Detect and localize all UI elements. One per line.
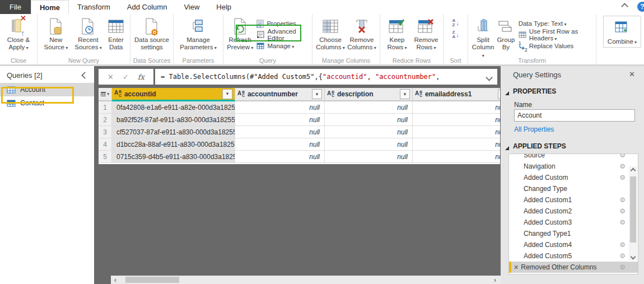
row-number[interactable]: 2 <box>99 114 112 126</box>
collapse-triangle-icon[interactable] <box>505 146 509 150</box>
column-header-emailaddress1[interactable]: ABC emailaddress1 ▼ <box>413 88 500 101</box>
gear-icon[interactable]: ⚙ <box>619 250 626 262</box>
keep-rows-button[interactable]: Keep Rows <box>383 16 411 52</box>
step-added-custom1[interactable]: Added Custom1 ⚙ <box>509 194 638 206</box>
commit-formula-icon[interactable]: ✓ <box>123 73 129 81</box>
gear-icon[interactable]: ⚙ <box>619 153 626 161</box>
sort-descending-button[interactable]: ZA ↓ <box>452 30 459 39</box>
applied-steps-section-header[interactable]: APPLIED STEPS <box>505 142 566 150</box>
combine-button[interactable]: Combine <box>607 17 637 46</box>
row-number[interactable]: 1 <box>99 101 112 114</box>
cell-emailaddress1[interactable]: null <box>413 151 500 163</box>
column-header-accountnumber[interactable]: ABC accountnumber ▼ <box>235 88 325 101</box>
cancel-formula-icon[interactable]: ✕ <box>108 73 114 81</box>
gear-icon[interactable]: ⚙ <box>619 239 626 250</box>
query-item-contact[interactable]: Contact <box>0 96 94 110</box>
use-first-row-as-headers-button[interactable]: Use First Row as Headers <box>517 30 593 40</box>
cell-accountid[interactable]: cf527037-87af-e911-a830-000d3a182556 <box>112 126 235 138</box>
enter-data-button[interactable]: Enter Data <box>105 16 127 51</box>
step-source[interactable]: Source ⚙ <box>509 153 638 161</box>
filter-dropdown-accountnumber[interactable]: ▼ <box>312 89 322 99</box>
step-navigation[interactable]: Navigation ⚙ <box>509 161 638 172</box>
recent-sources-button[interactable]: Recent Sources <box>73 16 104 52</box>
cell-emailaddress1[interactable]: null <box>413 101 500 114</box>
gear-icon[interactable]: ⚙ <box>619 172 626 183</box>
cell-emailaddress1[interactable]: null <box>413 126 500 138</box>
manage-parameters-button[interactable]: Manage Parameters <box>176 16 220 52</box>
refresh-preview-button[interactable]: Refresh Preview <box>226 16 254 52</box>
cell-accountnumber[interactable]: null <box>235 138 325 151</box>
gear-icon[interactable]: ⚙ <box>619 206 626 217</box>
cell-description[interactable]: null <box>325 138 413 151</box>
remove-columns-button[interactable]: Remove Columns <box>347 16 377 52</box>
remove-rows-button[interactable]: Remove Rows <box>412 16 440 52</box>
gear-icon[interactable]: ⚙ <box>619 161 626 172</box>
table-row[interactable]: 3 cf527037-87af-e911-a830-000d3a182556 n… <box>99 126 500 138</box>
filter-dropdown-emailaddress1[interactable]: ▼ <box>498 89 500 99</box>
step-changed-type[interactable]: Changed Type <box>509 183 638 194</box>
close-and-apply-button[interactable]: ✕ ↑ Close & Apply <box>3 16 34 52</box>
cell-description[interactable]: null <box>325 126 413 138</box>
table-row[interactable]: 2 ba92f52f-87af-e911-a830-000d3a182556 n… <box>99 114 500 126</box>
cell-emailaddress1[interactable]: null <box>413 138 500 151</box>
gear-icon[interactable]: ⚙ <box>619 194 626 206</box>
collapse-triangle-icon[interactable] <box>505 91 509 95</box>
scroll-right-icon[interactable]: › <box>491 276 500 284</box>
table-row[interactable]: 1 0fa42808-e1a6-e911-a82e-000d3a182556 n… <box>99 101 500 114</box>
cell-accountid[interactable]: 0fa42808-e1a6-e911-a82e-000d3a182556 <box>112 101 235 114</box>
step-removed-other-columns[interactable]: ✕ Removed Other Columns ⚙ <box>509 262 638 273</box>
column-header-accountid[interactable]: ABC accountid ▼ <box>112 88 235 101</box>
formula-input[interactable]: = Table.SelectColumns(#"Added Custom5",{… <box>155 69 497 85</box>
data-type-dropdown[interactable]: Data Type: Text <box>517 18 593 29</box>
step-added-custom[interactable]: Added Custom ⚙ <box>509 172 638 183</box>
choose-columns-button[interactable]: Choose Columns <box>315 16 346 52</box>
step-added-custom2[interactable]: Added Custom2 ⚙ <box>509 206 638 217</box>
cell-accountnumber[interactable]: null <box>235 126 325 138</box>
step-changed-type1[interactable]: Changed Type1 <box>509 228 638 239</box>
steps-scrollbar[interactable] <box>629 166 637 260</box>
properties-section-header[interactable]: PROPERTIES <box>505 87 556 95</box>
row-number[interactable]: 4 <box>99 138 112 151</box>
close-panel-icon[interactable]: ✕ <box>629 70 635 78</box>
tab-file[interactable]: File <box>0 0 31 14</box>
horizontal-scrollbar-thumb[interactable] <box>125 277 179 283</box>
replace-values-button[interactable]: 1 2 Replace Values <box>517 41 593 51</box>
manage-button[interactable]: Manage <box>255 41 309 51</box>
collapse-ribbon-icon[interactable] <box>621 3 628 10</box>
all-properties-link[interactable]: All Properties <box>514 125 554 133</box>
filter-dropdown-accountid[interactable]: ▼ <box>222 89 232 99</box>
properties-button[interactable]: Properties <box>255 18 309 29</box>
scroll-down-icon[interactable] <box>629 253 637 260</box>
gear-icon[interactable]: ⚙ <box>619 217 626 228</box>
scroll-up-icon[interactable] <box>629 166 637 174</box>
filter-dropdown-description[interactable]: ▼ <box>400 89 410 99</box>
step-added-custom3[interactable]: Added Custom3 ⚙ <box>509 217 638 228</box>
cell-description[interactable]: null <box>325 114 413 126</box>
expand-formula-bar-icon[interactable] <box>486 74 493 81</box>
horizontal-scrollbar[interactable]: ‹ › <box>111 276 501 284</box>
cell-accountnumber[interactable]: null <box>235 101 325 114</box>
table-row[interactable]: 4 d1bcc28a-88af-e911-a830-000d3a182556 n… <box>99 138 500 151</box>
row-number[interactable]: 5 <box>99 151 112 163</box>
steps-scrollbar-thumb[interactable] <box>630 176 636 243</box>
query-item-account[interactable]: Account <box>0 83 94 96</box>
advanced-editor-button[interactable]: Advanced Editor <box>255 30 309 40</box>
tab-home[interactable]: Home <box>31 0 69 14</box>
select-all-corner-button[interactable]: ▾ <box>99 88 112 101</box>
cell-accountnumber[interactable]: null <box>235 151 325 163</box>
column-header-description[interactable]: ABC description ▼ <box>325 88 413 101</box>
split-column-button[interactable]: Split Column <box>471 16 495 59</box>
gear-icon[interactable]: ⚙ <box>619 262 626 273</box>
table-row[interactable]: 5 0715c359-d4b5-e911-a830-000d3a1825... … <box>99 151 500 163</box>
query-name-input[interactable] <box>514 109 635 122</box>
new-source-button[interactable]: New Source <box>40 16 72 52</box>
cell-description[interactable]: null <box>325 151 413 163</box>
cell-emailaddress1[interactable]: null <box>413 114 500 126</box>
delete-step-icon[interactable]: ✕ <box>514 262 519 273</box>
help-icon[interactable]: ? <box>637 2 644 12</box>
cell-accountid[interactable]: ba92f52f-87af-e911-a830-000d3a182556 <box>112 114 235 126</box>
cell-accountid[interactable]: 0715c359-d4b5-e911-a830-000d3a1825... <box>112 151 235 163</box>
tab-view[interactable]: View <box>175 0 208 14</box>
cell-accountnumber[interactable]: null <box>235 114 325 126</box>
tab-help[interactable]: Help <box>208 0 240 14</box>
